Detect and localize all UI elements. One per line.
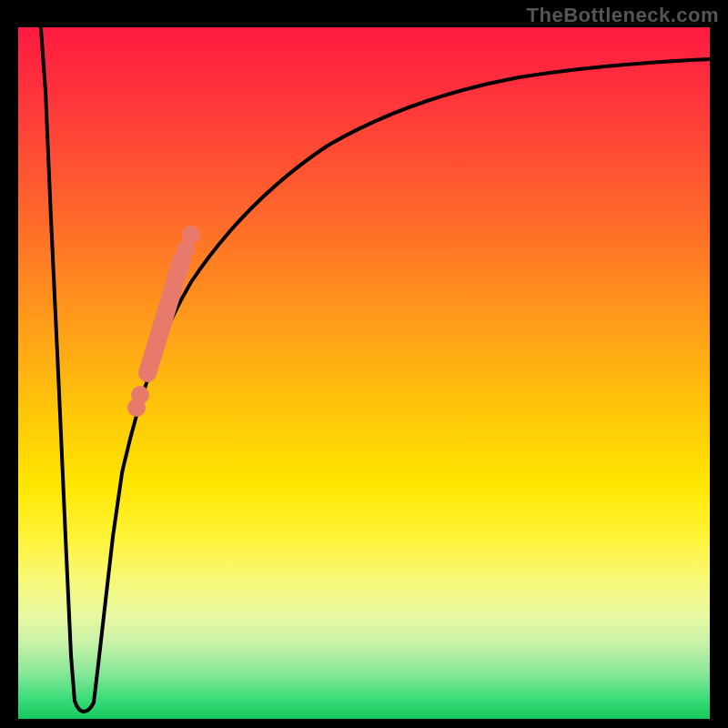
highlight-segment [147, 259, 182, 373]
plot-area [18, 27, 710, 719]
highlight-dot [131, 386, 149, 404]
chart-frame: TheBottleneck.com [0, 0, 728, 728]
watermark-label: TheBottleneck.com [527, 4, 719, 27]
curve-svg [18, 27, 710, 719]
highlight-dot [182, 226, 200, 244]
